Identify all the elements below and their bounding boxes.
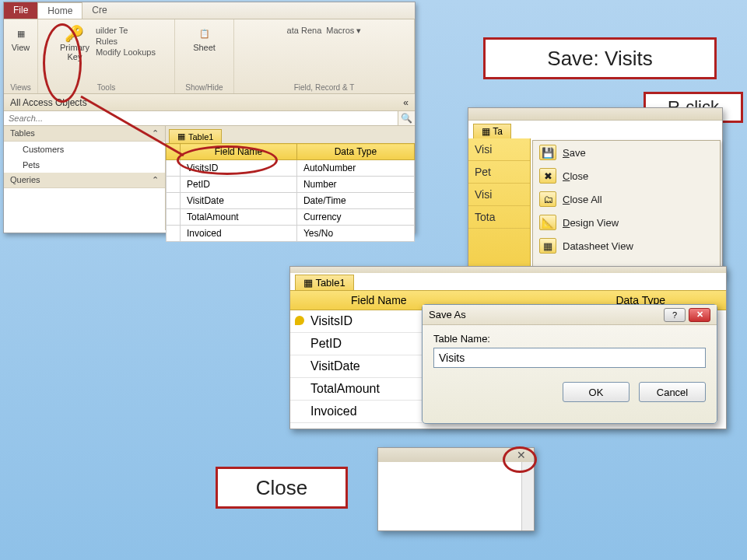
table-tab-partial[interactable]: ▦ Ta [473, 124, 511, 138]
field-row[interactable]: TotalAmount [290, 378, 423, 401]
mnemonic: D [563, 217, 570, 229]
type-cell[interactable]: Currency [296, 209, 414, 226]
collapse-icon: ⌃ [152, 175, 159, 185]
key-icon: 🔑 [65, 24, 84, 43]
menu-design-view[interactable]: 📐 Design View [533, 211, 720, 234]
help-button[interactable]: ? [664, 308, 686, 322]
col-data-type: Data Type [296, 144, 414, 160]
context-menu-window: ▦ Ta Visi Pet Visi Tota 💾 Save ✖ Close 🗂… [468, 107, 723, 278]
close-icon: ✕ [517, 449, 526, 461]
table-tab[interactable]: ▦ Table1 [169, 129, 222, 143]
table-tab[interactable]: ▦ Table1 [295, 275, 354, 290]
nav-header-label: All Access Objects [10, 97, 87, 108]
menu-label: ave [570, 147, 586, 159]
field-partial: Visi [468, 184, 530, 206]
chevron-down-icon: « [403, 97, 409, 108]
nav-cat-queries[interactable]: Queries ⌃ [4, 173, 165, 188]
view-label: View [12, 43, 30, 52]
type-cell[interactable]: Yes/No [296, 226, 414, 242]
primary-key-button[interactable]: 🔑 Primary Key [57, 23, 93, 63]
tab-label: Table1 [315, 277, 345, 289]
field-row[interactable]: VisitDate [290, 355, 423, 378]
view-button[interactable]: ▦ View [5, 23, 37, 54]
tab-home[interactable]: Home [37, 2, 82, 19]
row-selector-header [167, 144, 181, 160]
row-selector[interactable] [167, 160, 181, 177]
field-cell[interactable]: VisitDate [181, 193, 297, 209]
row-selector[interactable] [167, 209, 181, 226]
tab-create[interactable]: Cre [82, 2, 116, 19]
primary-key-label: Primary Key [60, 43, 89, 61]
menu-label: lose [570, 170, 588, 182]
callout-close: Close [216, 467, 348, 509]
menu-datasheet-view[interactable]: ▦ Datasheet View [533, 234, 720, 257]
group-views-label: Views [10, 83, 31, 92]
macros-label[interactable]: Macros ▾ [326, 26, 361, 36]
nav-cat-tables[interactable]: Tables ⌃ [4, 126, 165, 142]
row-selector[interactable] [167, 177, 181, 193]
nav-header[interactable]: All Access Objects « [4, 94, 415, 111]
ok-button[interactable]: OK [563, 382, 630, 402]
rules-label[interactable]: Rules [96, 37, 156, 46]
property-sheet-button[interactable]: 📋 Sheet [188, 23, 221, 54]
field-column-partial: Visi Pet Visi Tota [468, 138, 531, 275]
menu-save[interactable]: 💾 Save [533, 141, 720, 164]
callout-save-visits: Save: Visits [483, 37, 717, 79]
close-doc-icon: ✖ [539, 168, 556, 184]
field-row[interactable]: VisitsID [290, 310, 423, 333]
mnemonic: C [563, 170, 570, 182]
col-field-name: Field Name [296, 294, 407, 306]
tab-file[interactable]: File [4, 2, 37, 19]
close-panel: ✕ [377, 447, 535, 531]
nav-cat-queries-label: Queries [10, 175, 40, 185]
table-name-label: Table Name: [433, 333, 706, 345]
type-cell[interactable]: Date/Time [296, 193, 414, 209]
type-cell[interactable]: Number [296, 177, 414, 193]
sheet-icon: 📋 [195, 24, 214, 43]
field-list: VisitsID PetID VisitDate TotalAmount Inv… [290, 310, 423, 423]
search-row: 🔍 [4, 111, 415, 126]
nav-item-pets[interactable]: Pets [4, 157, 165, 173]
menu-close[interactable]: ✖ Close [533, 164, 720, 187]
nav-cat-tables-label: Tables [10, 128, 35, 138]
access-design-window: File Home Cre ▦ View Views 🔑 Primary Key… [3, 2, 416, 233]
dialog-title: Save As [429, 309, 466, 320]
tab-partial-label: Ta [493, 126, 503, 137]
builder-label[interactable]: uilder Te [96, 26, 156, 35]
close-all-icon: 🗂 [539, 191, 556, 207]
search-button[interactable]: 🔍 [398, 111, 415, 125]
type-cell[interactable]: AutoNumber [296, 160, 414, 177]
group-field-label: Field, Record & T [294, 83, 355, 92]
search-icon: 🔍 [401, 113, 412, 124]
nav-item-customers[interactable]: Customers [4, 142, 165, 157]
field-row[interactable]: PetID [290, 333, 423, 355]
close-button[interactable]: ✕ [689, 308, 710, 322]
design-view-icon: 📐 [539, 215, 556, 230]
field-partial: Tota [468, 206, 530, 229]
data-rename-label[interactable]: ata Rena [287, 26, 322, 36]
menu-label: Datasheet View [563, 240, 633, 252]
cancel-button[interactable]: Cancel [639, 382, 706, 402]
field-cell[interactable]: VisitsID [181, 160, 297, 177]
menu-close-all[interactable]: 🗂 Close All [533, 187, 720, 211]
menu-label: esign View [570, 217, 619, 229]
group-tools-label: Tools [97, 83, 115, 92]
modify-lookups-label[interactable]: Modify Lookups [96, 47, 156, 57]
field-cell[interactable]: TotalAmount [181, 209, 297, 226]
scrollbar[interactable] [521, 462, 534, 530]
field-cell[interactable]: Invoiced [181, 226, 297, 242]
menu-label: lose All [570, 194, 601, 205]
save-icon: 💾 [539, 145, 556, 160]
table-tab-label: Table1 [188, 132, 213, 142]
mnemonic: S [563, 147, 570, 159]
ribbon: ▦ View Views 🔑 Primary Key uilder Te Rul… [4, 19, 415, 94]
table-name-input[interactable] [433, 348, 706, 368]
field-cell[interactable]: PetID [181, 177, 297, 193]
field-row[interactable]: Invoiced [290, 401, 423, 423]
row-selector[interactable] [167, 193, 181, 209]
search-input[interactable] [4, 111, 398, 125]
field-partial: Pet [468, 161, 530, 184]
context-menu: 💾 Save ✖ Close 🗂 Close All 📐 Design View… [532, 140, 721, 274]
row-selector[interactable] [167, 226, 181, 242]
window-close-button[interactable]: ✕ [509, 448, 534, 462]
